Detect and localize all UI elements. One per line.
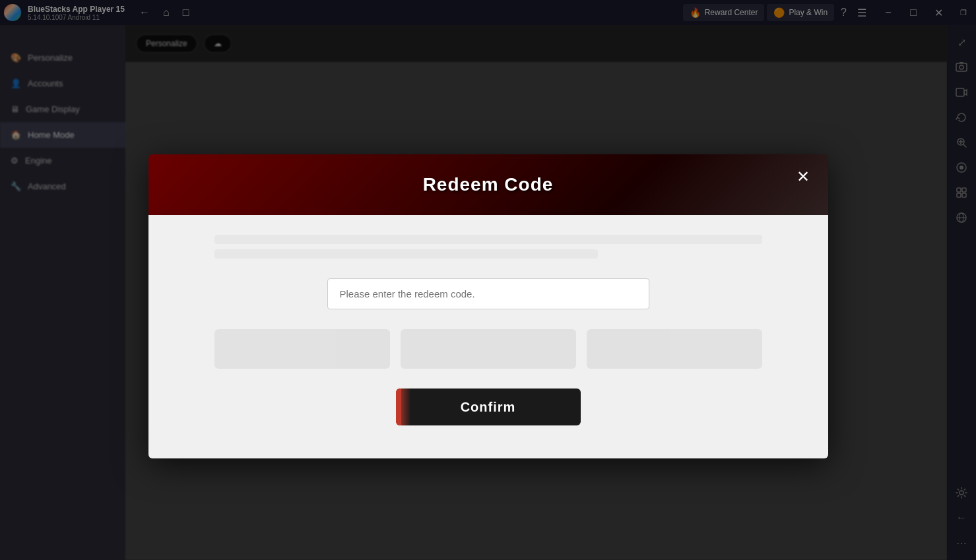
blurred-text-2 — [214, 249, 598, 259]
confirm-label: Confirm — [461, 400, 516, 415]
blurred-text-1 — [214, 235, 762, 244]
modal-header: Redeem Code ✕ — [148, 154, 828, 215]
confirm-button[interactable]: Confirm — [396, 389, 581, 425]
modal-overlay: Redeem Code ✕ Confirm — [0, 0, 976, 560]
redeem-code-modal: Redeem Code ✕ Confirm — [148, 154, 828, 458]
modal-title: Redeem Code — [423, 174, 554, 195]
modal-close-button[interactable]: ✕ — [791, 165, 815, 189]
modal-body: Confirm — [148, 215, 828, 458]
redeem-code-input[interactable] — [327, 278, 649, 309]
